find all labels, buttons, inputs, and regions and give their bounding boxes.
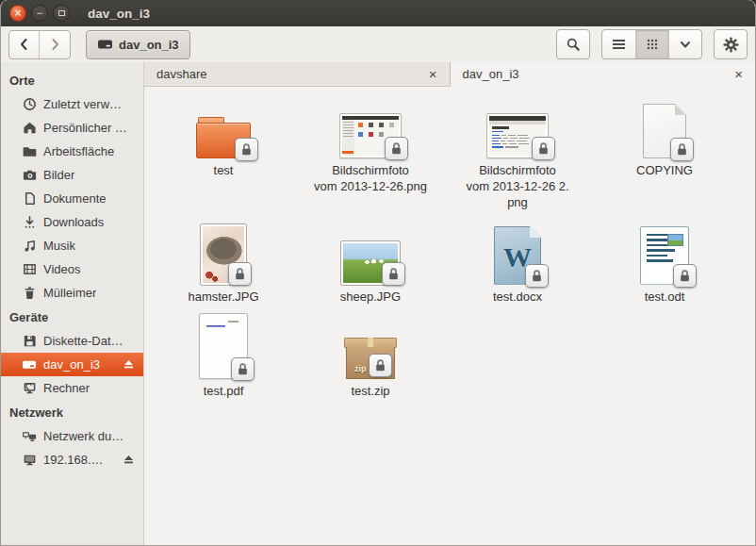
file-item-screenshot-1[interactable]: Bildschirmfoto vom 2013-12-26.png	[297, 94, 444, 211]
harddrive-icon	[97, 37, 113, 52]
word-document-icon: W	[494, 226, 541, 285]
grid-view-icon	[646, 38, 659, 51]
zip-badge: zip	[354, 364, 367, 373]
view-switcher	[601, 29, 702, 59]
back-button[interactable]	[9, 31, 40, 58]
toolbar-right	[556, 29, 748, 59]
sidebar-item-pictures[interactable]: Bilder	[1, 163, 143, 187]
tab-close-icon[interactable]: ×	[734, 67, 743, 81]
network-server-icon	[22, 453, 37, 468]
view-options-button[interactable]	[668, 30, 701, 58]
window-maximize-button[interactable]	[53, 5, 70, 22]
file-item-test-zip[interactable]: zip test.zip	[297, 315, 444, 400]
sidebar-item-computer[interactable]: Rechner	[1, 376, 143, 400]
file-item-test-pdf[interactable]: test.pdf	[150, 315, 297, 400]
breadcrumb[interactable]: dav_on_i3	[86, 30, 190, 59]
file-grid: test	[144, 87, 755, 545]
sidebar-item-network-server[interactable]: 192.168.…	[1, 448, 143, 472]
file-label: sheep.JPG	[340, 290, 401, 306]
computer-icon	[22, 381, 37, 396]
lock-emblem-icon	[228, 262, 252, 286]
sidebar-item-label: Arbeitsfläche	[43, 144, 114, 158]
sidebar-item-label: Netzwerk du…	[43, 429, 123, 443]
lock-emblem-icon	[235, 138, 258, 161]
search-icon	[566, 37, 581, 52]
file-item-copying[interactable]: COPYING	[591, 94, 738, 211]
maximize-icon	[58, 10, 65, 16]
window-body: Orte Zuletzt verw… Persönlicher … Arbeit…	[1, 62, 755, 545]
file-item-test-folder[interactable]: test	[150, 94, 297, 211]
tab-label: davshare	[156, 67, 206, 81]
sidebar-item-floppy[interactable]: Diskette-Dat…	[1, 329, 143, 353]
grid-view-button[interactable]	[635, 30, 668, 58]
file-label: Bildschirmfoto vom 2013-12-26.png	[314, 163, 427, 195]
camera-icon	[22, 168, 37, 183]
eject-icon[interactable]	[123, 358, 135, 371]
search-button[interactable]	[556, 29, 590, 59]
tab-bar: davshare × dav_on_i3 ×	[144, 62, 755, 87]
eject-icon[interactable]	[123, 454, 135, 466]
lock-emblem-icon	[382, 262, 405, 286]
sidebar-item-label: 192.168.…	[43, 453, 104, 467]
file-label: COPYING	[636, 163, 693, 179]
sidebar-item-label: Diskette-Dat…	[43, 334, 123, 348]
zip-archive-icon: zip	[343, 338, 398, 379]
list-view-button[interactable]	[602, 30, 635, 58]
file-item-screenshot-2[interactable]: Bildschirmfoto vom 2013-12-26 2. png	[444, 94, 591, 211]
settings-button[interactable]	[714, 29, 748, 59]
file-manager-window: × − dav_on_i3 dav_on_i3	[0, 0, 756, 546]
list-view-icon	[612, 38, 626, 51]
sidebar-item-network-browse[interactable]: Netzwerk du…	[1, 424, 143, 448]
forward-button[interactable]	[40, 31, 70, 58]
titlebar[interactable]: × − dav_on_i3	[1, 0, 755, 26]
text-file-icon	[643, 104, 686, 158]
floppy-icon	[22, 334, 37, 349]
sidebar-section-places: Orte	[1, 68, 143, 92]
sidebar-item-recent[interactable]: Zuletzt verw…	[1, 92, 143, 116]
screenshot-thumbnail-icon	[339, 113, 402, 158]
music-icon	[22, 239, 37, 254]
lock-emblem-icon	[231, 357, 255, 381]
recent-clock-icon	[22, 97, 37, 112]
file-label: test.pdf	[204, 384, 244, 400]
file-item-test-odt[interactable]: test.odt	[591, 221, 738, 306]
sidebar-item-downloads[interactable]: Downloads	[1, 210, 143, 234]
tab-close-icon[interactable]: ×	[429, 67, 437, 81]
tab-davshare[interactable]: davshare ×	[144, 62, 451, 87]
sidebar-item-label: Rechner	[43, 381, 90, 395]
desktop-folder-icon	[22, 144, 37, 159]
trash-icon	[22, 286, 37, 301]
screenshot-thumbnail-icon	[486, 113, 549, 158]
file-label: test	[214, 163, 234, 179]
sidebar-item-home[interactable]: Persönlicher …	[1, 116, 143, 140]
sidebar-item-videos[interactable]: Videos	[1, 257, 143, 281]
sidebar: Orte Zuletzt verw… Persönlicher … Arbeit…	[1, 62, 144, 545]
document-icon	[22, 191, 37, 207]
file-label: test.zip	[351, 384, 389, 400]
sidebar-item-label: Dokumente	[43, 191, 106, 206]
sidebar-item-music[interactable]: Musik	[1, 234, 143, 257]
sidebar-item-label: Bilder	[43, 168, 74, 182]
sidebar-item-documents[interactable]: Dokumente	[1, 187, 143, 210]
network-browse-icon	[22, 429, 37, 444]
file-item-test-docx[interactable]: W test.docx	[444, 221, 591, 306]
pdf-document-icon	[199, 313, 248, 379]
sidebar-item-label: Downloads	[43, 215, 104, 229]
odt-document-icon	[640, 226, 689, 285]
breadcrumb-label: dav_on_i3	[119, 38, 179, 52]
sidebar-item-dav-on-i3[interactable]: dav_on_i3	[1, 353, 143, 376]
window-close-button[interactable]: ×	[9, 5, 26, 22]
window-minimize-button[interactable]: −	[31, 5, 48, 22]
gear-icon	[723, 37, 739, 53]
file-item-sheep-jpg[interactable]: sheep.JPG	[297, 221, 444, 306]
folder-icon	[196, 117, 251, 158]
photo-thumbnail-icon	[341, 241, 400, 285]
tab-dav-on-i3[interactable]: dav_on_i3 ×	[451, 62, 756, 87]
window-title: dav_on_i3	[88, 7, 150, 21]
file-item-hamster-jpg[interactable]: hamster.JPG	[150, 221, 297, 306]
sidebar-item-desktop[interactable]: Arbeitsfläche	[1, 140, 143, 163]
harddrive-icon	[22, 357, 37, 372]
sidebar-section-devices: Geräte	[1, 305, 143, 329]
main-panel: davshare × dav_on_i3 × test	[144, 62, 755, 545]
sidebar-item-trash[interactable]: Mülleimer	[1, 281, 143, 305]
